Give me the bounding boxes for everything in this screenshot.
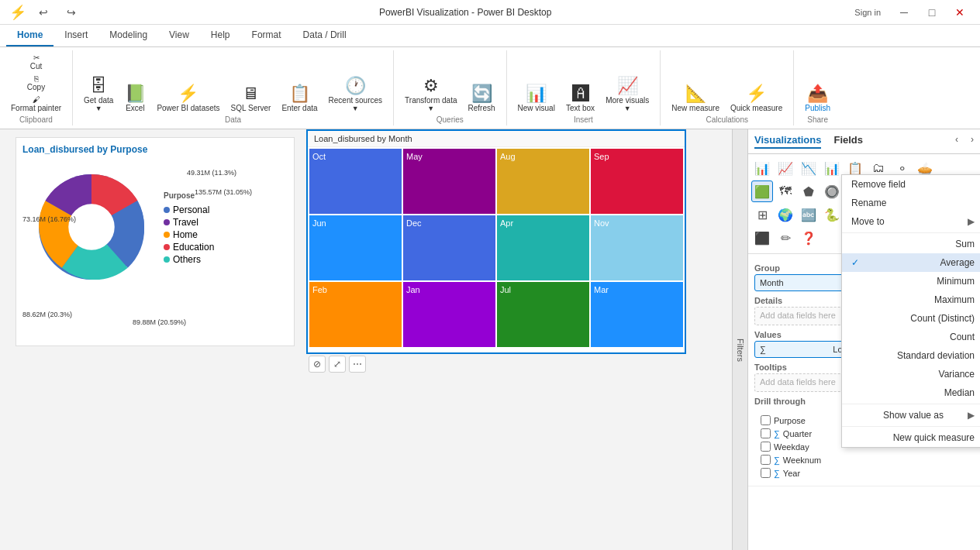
viz-panel-tab[interactable]: Visualizations — [754, 134, 821, 149]
filters-panel[interactable]: Filters — [732, 129, 747, 550]
ctx-move-to[interactable]: Move to ▶ — [842, 212, 980, 231]
more-options-icon[interactable]: ⋯ — [349, 356, 366, 373]
quick-measure-button[interactable]: ⚡ Quick measure — [726, 70, 787, 114]
share-label: Share — [807, 115, 828, 124]
ctx-median[interactable]: Median — [842, 383, 980, 402]
viz-treemap[interactable]: 🟩 — [751, 180, 773, 202]
recent-sources-button[interactable]: 🕐 Recent sources ▼ — [324, 70, 387, 114]
new-measure-button[interactable]: 📐 New measure — [667, 70, 724, 114]
focus-icon[interactable]: ⤢ — [329, 356, 346, 373]
ctx-show-value-as[interactable]: Show value as ▶ — [842, 406, 980, 425]
panel-collapse-right[interactable]: › — [971, 134, 974, 149]
panel-collapse-left[interactable]: ‹ — [955, 134, 958, 149]
treemap-feb[interactable]: Feb — [309, 282, 402, 347]
excel-button[interactable]: 📗 Excel — [119, 70, 150, 114]
legend-home: Home — [164, 229, 214, 240]
get-data-button[interactable]: 🗄 Get data ▼ — [79, 70, 118, 114]
tab-datadrill[interactable]: Data / Drill — [292, 25, 357, 46]
ctx-maximum[interactable]: Maximum — [842, 290, 980, 309]
viz-map[interactable]: 🗺 — [775, 180, 796, 202]
filter-icon[interactable]: ⊘ — [309, 356, 326, 373]
title-bar: ⚡ ↩ ↪ PowerBI Visualization - Power BI D… — [0, 0, 980, 25]
sql-server-button[interactable]: 🖥 SQL Server — [226, 70, 276, 114]
fields-panel-tab[interactable]: Fields — [833, 134, 863, 149]
format-painter-button[interactable]: 🖌 Format painter — [6, 94, 66, 114]
viz-bar-chart[interactable]: 📊 — [751, 157, 773, 179]
ribbon-group-share: 📤 Publish Share — [794, 50, 841, 125]
treemap-jun[interactable]: Jun — [309, 215, 402, 280]
viz-gauge[interactable]: 🔘 — [821, 180, 843, 202]
ctx-sum[interactable]: Sum — [842, 235, 980, 253]
treemap-chart[interactable]: Loan_disbursed by Month Oct May Aug Sep … — [306, 129, 686, 354]
ctx-stddev[interactable]: Standard deviation — [842, 346, 980, 365]
tab-modeling[interactable]: Modeling — [98, 25, 158, 46]
viz-line-chart[interactable]: 📈 — [775, 157, 796, 179]
treemap-oct[interactable]: Oct — [309, 149, 402, 214]
cut-button[interactable]: ✂ Cut — [6, 52, 66, 72]
redo-button[interactable]: ↪ — [60, 2, 82, 23]
viz-r-visual[interactable]: 🔤 — [798, 204, 820, 225]
refresh-button[interactable]: 🔄 Refresh — [464, 70, 500, 114]
viz-azure-map[interactable]: 🌍 — [775, 204, 796, 225]
powerbi-datasets-button[interactable]: ⚡ Power BI datasets — [152, 70, 224, 114]
signin-button[interactable]: Sign in — [848, 2, 887, 23]
weekday-check[interactable] — [761, 442, 771, 452]
ctx-count[interactable]: Count — [842, 328, 980, 346]
measure-icon: 📐 — [685, 85, 706, 102]
viz-edit[interactable]: ✏ — [775, 227, 796, 249]
treemap-jul[interactable]: Jul — [497, 282, 589, 347]
viz-qna[interactable]: ❓ — [798, 227, 820, 249]
undo-button[interactable]: ↩ — [33, 2, 54, 23]
ribbon-group-queries: ⚙ Transform data ▼ 🔄 Refresh Queries — [394, 50, 506, 125]
pie-chart-title: Loan_disbursed by Purpose — [22, 144, 288, 155]
treemap-dec[interactable]: Dec — [403, 215, 495, 280]
tab-help[interactable]: Help — [200, 25, 241, 46]
maximize-button[interactable]: □ — [921, 2, 943, 23]
treemap-may[interactable]: May — [403, 149, 495, 214]
close-button[interactable]: ✕ — [949, 2, 971, 23]
more-visuals-button[interactable]: 📈 More visuals ▼ — [601, 70, 654, 114]
tab-home[interactable]: Home — [6, 25, 53, 46]
legend-travel: Travel — [164, 217, 214, 228]
copy-button[interactable]: ⎘ Copy — [6, 73, 66, 93]
canvas-area[interactable]: Loan_disbursed by Purpose — [0, 129, 732, 550]
minimize-button[interactable]: ─ — [893, 2, 915, 23]
treemap-jan[interactable]: Jan — [403, 282, 495, 347]
viz-group[interactable]: ⬛ — [751, 227, 773, 249]
transform-button[interactable]: ⚙ Transform data ▼ — [400, 70, 461, 114]
viz-area-chart[interactable]: 📉 — [798, 157, 820, 179]
ctx-new-quick-measure[interactable]: New quick measure — [842, 428, 980, 447]
ctx-count-distinct[interactable]: Count (Distinct) — [842, 309, 980, 328]
tab-format[interactable]: Format — [241, 25, 292, 46]
viz-combo-chart[interactable]: 📊 — [821, 157, 843, 179]
ctx-minimum[interactable]: Minimum — [842, 272, 980, 290]
ctx-average[interactable]: ✓ Average — [842, 253, 980, 272]
viz-funnel[interactable]: ⬟ — [798, 180, 820, 202]
textbox-button[interactable]: 🅰 Text box — [561, 70, 599, 114]
treemap-mar[interactable]: Mar — [591, 282, 683, 347]
weeknum-check[interactable] — [761, 455, 771, 465]
calculations-label: Calculations — [706, 115, 748, 124]
quarter-check[interactable] — [761, 428, 771, 438]
ctx-variance[interactable]: Variance — [842, 365, 980, 383]
viz-matrix[interactable]: ⊞ — [751, 204, 773, 225]
treemap-aug[interactable]: Aug — [497, 149, 589, 214]
treemap-grid: Oct May Aug Sep Jun Dec Apr Nov Feb Jan … — [308, 147, 685, 349]
enter-data-button[interactable]: 📋 Enter data — [277, 70, 322, 114]
new-visual-button[interactable]: 📊 New visual — [513, 70, 560, 114]
right-panel-header: Visualizations Fields ‹ › — [748, 129, 980, 154]
treemap-apr[interactable]: Apr — [497, 215, 589, 280]
ctx-remove-field[interactable]: Remove field — [842, 175, 980, 194]
tab-insert[interactable]: Insert — [53, 25, 98, 46]
treemap-sep[interactable]: Sep — [591, 149, 683, 214]
viz-python[interactable]: 🐍 — [821, 204, 843, 225]
publish-button[interactable]: 📤 Publish — [800, 70, 835, 114]
transform-icon: ⚙ — [423, 77, 439, 95]
ctx-rename[interactable]: Rename — [842, 194, 980, 212]
pie-chart[interactable]: Loan_disbursed by Purpose — [16, 137, 295, 346]
textbox-icon: 🅰 — [572, 85, 589, 102]
purpose-check[interactable] — [761, 415, 771, 425]
treemap-nov[interactable]: Nov — [591, 215, 683, 280]
tab-view[interactable]: View — [158, 25, 200, 46]
year-check[interactable] — [761, 468, 771, 478]
